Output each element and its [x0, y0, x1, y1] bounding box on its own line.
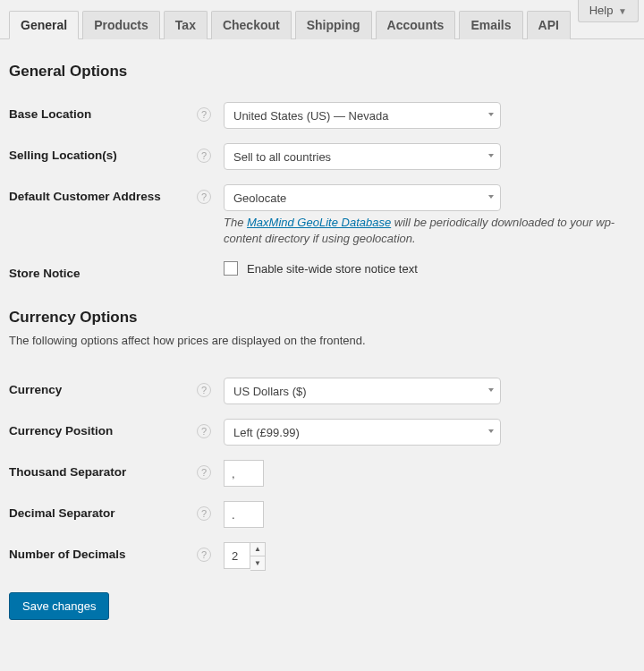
- thousand-separator-label: Thousand Separator: [9, 460, 197, 479]
- selling-locations-select[interactable]: Sell to all countries: [224, 143, 501, 170]
- selling-locations-label: Selling Location(s): [9, 143, 197, 162]
- chevron-down-icon: [488, 195, 494, 199]
- store-notice-checkbox-label[interactable]: Enable site-wide store notice text: [247, 262, 418, 276]
- tab-tax[interactable]: Tax: [164, 11, 208, 39]
- number-spinner: ▲ ▼: [250, 542, 266, 571]
- currency-options-description: The following options affect how prices …: [9, 334, 635, 347]
- decimal-separator-label: Decimal Separator: [9, 501, 197, 520]
- help-icon[interactable]: ?: [197, 548, 211, 562]
- tab-emails[interactable]: Emails: [459, 11, 522, 39]
- help-icon[interactable]: ?: [197, 107, 211, 122]
- decimal-separator-input[interactable]: [224, 501, 264, 528]
- thousand-separator-input[interactable]: [224, 460, 264, 487]
- help-icon[interactable]: ?: [197, 190, 211, 204]
- default-customer-address-value: Geolocate: [224, 184, 501, 211]
- chevron-down-icon: [488, 154, 494, 157]
- field-store-notice: Store Notice Enable site-wide store noti…: [9, 247, 635, 280]
- currency-options-heading: Currency Options: [9, 309, 635, 327]
- geolocation-description: The MaxMind GeoLite Database will be per…: [224, 215, 628, 247]
- tab-accounts[interactable]: Accounts: [376, 11, 456, 39]
- help-icon[interactable]: ?: [197, 424, 211, 438]
- chevron-down-icon: [488, 388, 494, 392]
- store-notice-checkbox[interactable]: [224, 261, 238, 276]
- save-changes-button[interactable]: Save changes: [9, 592, 109, 620]
- tab-api[interactable]: API: [527, 11, 571, 39]
- base-location-select[interactable]: United States (US) — Nevada: [224, 102, 501, 129]
- tab-products[interactable]: Products: [82, 11, 160, 39]
- default-customer-address-label: Default Customer Address: [9, 184, 197, 203]
- base-location-label: Base Location: [9, 102, 197, 121]
- help-icon[interactable]: ?: [197, 506, 211, 521]
- currency-position-select[interactable]: Left (£99.99): [224, 419, 501, 446]
- chevron-down-icon: [488, 113, 494, 116]
- base-location-value: United States (US) — Nevada: [224, 102, 501, 129]
- field-currency: Currency ? US Dollars ($): [9, 363, 635, 404]
- field-default-customer-address: Default Customer Address ? Geolocate The…: [9, 170, 635, 247]
- currency-label: Currency: [9, 378, 197, 396]
- help-icon[interactable]: ?: [197, 149, 211, 163]
- field-currency-position: Currency Position ? Left (£99.99): [9, 404, 635, 446]
- number-of-decimals-input[interactable]: [224, 542, 250, 569]
- help-icon[interactable]: ?: [197, 383, 211, 397]
- tab-checkout[interactable]: Checkout: [211, 11, 292, 39]
- maxmind-geolite-link[interactable]: MaxMind GeoLite Database: [247, 216, 391, 229]
- currency-select[interactable]: US Dollars ($): [224, 378, 501, 404]
- field-selling-locations: Selling Location(s) ? Sell to all countr…: [9, 129, 635, 170]
- settings-tabbar: GeneralProductsTaxCheckoutShippingAccoun…: [0, 11, 644, 39]
- field-base-location: Base Location ? United States (US) — Nev…: [9, 88, 635, 129]
- tab-shipping[interactable]: Shipping: [295, 11, 372, 39]
- spinner-down-button[interactable]: ▼: [250, 556, 265, 570]
- store-notice-label: Store Notice: [9, 261, 197, 280]
- tab-general[interactable]: General: [9, 11, 79, 39]
- field-number-of-decimals: Number of Decimals ? ▲ ▼: [9, 528, 635, 571]
- field-decimal-separator: Decimal Separator ?: [9, 487, 635, 528]
- settings-content: General Options Base Location ? United S…: [0, 39, 644, 638]
- currency-position-value: Left (£99.99): [224, 419, 501, 446]
- currency-value: US Dollars ($): [224, 378, 501, 404]
- spinner-up-button[interactable]: ▲: [250, 543, 265, 556]
- selling-locations-value: Sell to all countries: [224, 143, 501, 170]
- help-icon[interactable]: ?: [197, 465, 211, 480]
- general-options-heading: General Options: [9, 63, 635, 81]
- chevron-down-icon: [488, 429, 494, 433]
- default-customer-address-select[interactable]: Geolocate: [224, 184, 501, 211]
- currency-position-label: Currency Position: [9, 419, 197, 437]
- field-thousand-separator: Thousand Separator ?: [9, 446, 635, 487]
- number-of-decimals-label: Number of Decimals: [9, 542, 197, 561]
